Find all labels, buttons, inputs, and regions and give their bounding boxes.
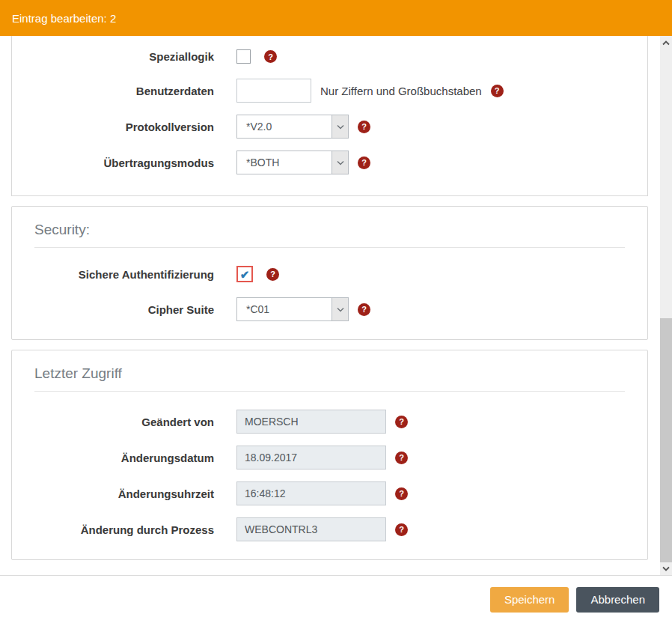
question-mark-glyph: ?	[399, 489, 404, 498]
aenderungsdatum-help-icon[interactable]: ?	[395, 452, 408, 464]
question-mark-glyph: ?	[268, 52, 273, 61]
uebertragungsmodus-help-icon[interactable]: ?	[358, 156, 370, 169]
geaendert-von-field	[236, 410, 386, 434]
scrollbar-thumb[interactable]	[660, 318, 672, 562]
cipher-suite-help-icon[interactable]: ?	[358, 303, 370, 316]
aenderung-durch-prozess-label: Änderung durch Prozess	[34, 523, 214, 536]
form-row-cipher-suite: Cipher Suite *C01 ?	[34, 297, 625, 321]
letzter-zugriff-section-title: Letzter Zugriff	[34, 365, 625, 382]
dialog-title: Eintrag bearbeiten: 2	[12, 12, 116, 25]
cipher-suite-select-value: *C01	[237, 298, 332, 320]
panel-security: Security: Sichere Authentifizierung ✔ ? …	[11, 206, 648, 340]
geaendert-von-label: Geändert von	[34, 416, 214, 428]
question-mark-glyph: ?	[399, 417, 404, 426]
benutzerdaten-label: Benutzerdaten	[34, 85, 214, 97]
protokollversion-select[interactable]: *V2.0	[236, 115, 349, 139]
chevron-down-icon	[332, 151, 348, 174]
geaendert-von-help-icon[interactable]: ?	[395, 416, 408, 428]
protokollversion-select-value: *V2.0	[237, 115, 332, 138]
panel-letzter-zugriff: Letzter Zugriff Geändert von ? Änderungs…	[11, 350, 648, 560]
section-divider	[34, 391, 625, 392]
form-row-uebertragungsmodus: Übertragungsmodus *BOTH ?	[34, 151, 625, 174]
form-row-aenderungsdatum: Änderungsdatum ?	[34, 446, 625, 469]
aenderungsuhrzeit-help-icon[interactable]: ?	[395, 487, 408, 500]
cipher-suite-label: Cipher Suite	[34, 303, 214, 316]
aenderungsdatum-label: Änderungsdatum	[34, 452, 214, 464]
chevron-down-icon	[332, 115, 348, 138]
benutzerdaten-help-icon[interactable]: ?	[491, 85, 504, 97]
panel-connection: Speziallogik ? Benutzerdaten Nur Ziffern…	[11, 36, 648, 196]
cipher-suite-select[interactable]: *C01	[236, 297, 349, 321]
question-mark-glyph: ?	[399, 525, 404, 534]
checkmark-icon: ✔	[240, 269, 250, 280]
section-divider	[34, 247, 625, 248]
benutzerdaten-input[interactable]	[236, 79, 311, 103]
speziallogik-label: Speziallogik	[34, 50, 214, 63]
aenderungsuhrzeit-field	[236, 481, 386, 505]
dialog-body: Speziallogik ? Benutzerdaten Nur Ziffern…	[0, 36, 672, 575]
speziallogik-checkbox[interactable]	[236, 49, 251, 64]
uebertragungsmodus-label: Übertragungsmodus	[34, 156, 214, 169]
benutzerdaten-note: Nur Ziffern und Großbuchstaben	[320, 85, 482, 97]
scroll-up-icon[interactable]	[660, 36, 672, 49]
chevron-down-icon	[332, 298, 348, 320]
scroll-down-icon[interactable]	[660, 562, 672, 575]
form-row-benutzerdaten: Benutzerdaten Nur Ziffern und Großbuchst…	[34, 79, 625, 103]
question-mark-glyph: ?	[399, 453, 404, 462]
aenderungsuhrzeit-label: Änderungsuhrzeit	[34, 487, 214, 500]
edit-entry-dialog: Eintrag bearbeiten: 2 Speziallogik ? Ben…	[0, 0, 672, 623]
protokollversion-label: Protokollversion	[34, 121, 214, 133]
question-mark-glyph: ?	[361, 305, 367, 314]
aenderungsdatum-field	[236, 446, 386, 469]
security-section-title: Security:	[34, 222, 625, 238]
uebertragungsmodus-select-value: *BOTH	[237, 151, 332, 174]
form-row-protokollversion: Protokollversion *V2.0 ?	[34, 115, 625, 139]
question-mark-glyph: ?	[361, 122, 367, 131]
sichere-authentifizierung-help-icon[interactable]: ?	[266, 268, 279, 281]
sichere-authentifizierung-checkbox[interactable]: ✔	[236, 266, 253, 282]
protokollversion-help-icon[interactable]: ?	[358, 121, 370, 133]
form-row-aenderung-durch-prozess: Änderung durch Prozess ?	[34, 517, 625, 541]
aenderung-durch-prozess-field	[236, 517, 386, 541]
sichere-authentifizierung-label: Sichere Authentifizierung	[34, 268, 214, 281]
vertical-scrollbar[interactable]	[660, 36, 672, 575]
aenderung-durch-prozess-help-icon[interactable]: ?	[395, 523, 408, 536]
form-row-sichere-authentifizierung: Sichere Authentifizierung ✔ ?	[34, 266, 625, 282]
save-button[interactable]: Speichern	[490, 587, 569, 613]
form-content: Speziallogik ? Benutzerdaten Nur Ziffern…	[0, 36, 660, 560]
dialog-header: Eintrag bearbeiten: 2	[0, 0, 672, 36]
question-mark-glyph: ?	[361, 158, 367, 167]
uebertragungsmodus-select[interactable]: *BOTH	[236, 151, 349, 174]
speziallogik-help-icon[interactable]: ?	[264, 50, 277, 63]
cancel-button[interactable]: Abbrechen	[576, 587, 659, 613]
dialog-footer: Speichern Abbrechen	[0, 575, 672, 623]
form-row-aenderungsuhrzeit: Änderungsuhrzeit ?	[34, 481, 625, 505]
question-mark-glyph: ?	[495, 86, 500, 95]
form-row-geaendert-von: Geändert von ?	[34, 410, 625, 434]
question-mark-glyph: ?	[270, 270, 275, 279]
form-row-speziallogik: Speziallogik ?	[34, 49, 625, 64]
